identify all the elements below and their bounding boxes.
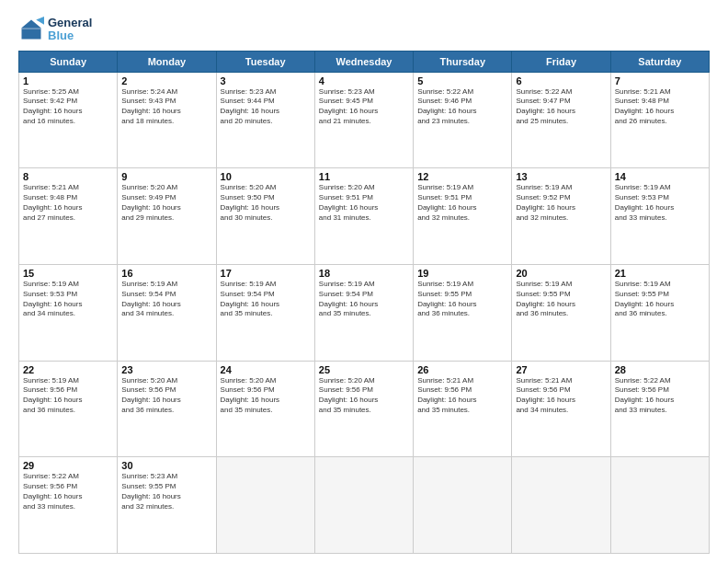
calendar-header-thursday: Thursday (414, 51, 512, 72)
calendar-cell: 12Sunrise: 5:19 AM Sunset: 9:51 PM Dayli… (414, 168, 512, 265)
calendar-cell: 6Sunrise: 5:22 AM Sunset: 9:47 PM Daylig… (512, 72, 610, 168)
calendar-cell: 21Sunrise: 5:19 AM Sunset: 9:55 PM Dayli… (610, 264, 709, 361)
calendar-cell: 19Sunrise: 5:19 AM Sunset: 9:55 PM Dayli… (414, 264, 512, 361)
day-info: Sunrise: 5:23 AM Sunset: 9:55 PM Dayligh… (121, 472, 211, 511)
day-number: 10 (221, 171, 311, 182)
day-info: Sunrise: 5:19 AM Sunset: 9:54 PM Dayligh… (121, 280, 211, 319)
day-info: Sunrise: 5:19 AM Sunset: 9:51 PM Dayligh… (417, 183, 507, 223)
day-number: 23 (121, 364, 211, 375)
calendar-cell: 13Sunrise: 5:19 AM Sunset: 9:52 PM Dayli… (512, 168, 610, 265)
header: General Blue (18, 17, 710, 43)
calendar-cell: 2Sunrise: 5:24 AM Sunset: 9:43 PM Daylig… (118, 72, 216, 168)
day-info: Sunrise: 5:20 AM Sunset: 9:56 PM Dayligh… (319, 376, 409, 416)
calendar-cell: 1Sunrise: 5:25 AM Sunset: 9:42 PM Daylig… (19, 72, 118, 168)
calendar-cell: 10Sunrise: 5:20 AM Sunset: 9:50 PM Dayli… (216, 168, 314, 265)
day-number: 22 (23, 364, 113, 375)
logo-icon (18, 17, 44, 42)
day-info: Sunrise: 5:21 AM Sunset: 9:56 PM Dayligh… (516, 376, 606, 416)
calendar-week-row: 15Sunrise: 5:19 AM Sunset: 9:53 PM Dayli… (19, 264, 710, 361)
day-info: Sunrise: 5:23 AM Sunset: 9:44 PM Dayligh… (221, 87, 311, 127)
calendar-week-row: 22Sunrise: 5:19 AM Sunset: 9:56 PM Dayli… (19, 361, 710, 457)
day-info: Sunrise: 5:20 AM Sunset: 9:49 PM Dayligh… (121, 183, 211, 223)
calendar-week-row: 29Sunrise: 5:22 AM Sunset: 9:56 PM Dayli… (19, 457, 710, 554)
day-number: 16 (121, 268, 211, 279)
logo: General Blue (18, 17, 92, 43)
calendar-cell (610, 457, 709, 554)
calendar-cell: 3Sunrise: 5:23 AM Sunset: 9:44 PM Daylig… (216, 72, 314, 168)
logo-text: General Blue (48, 17, 92, 43)
day-number: 4 (319, 75, 409, 86)
day-info: Sunrise: 5:21 AM Sunset: 9:48 PM Dayligh… (23, 183, 113, 223)
day-info: Sunrise: 5:25 AM Sunset: 9:42 PM Dayligh… (23, 87, 113, 127)
calendar-cell (314, 457, 413, 554)
svg-rect-3 (22, 29, 41, 30)
day-number: 30 (121, 460, 211, 471)
day-info: Sunrise: 5:19 AM Sunset: 9:54 PM Dayligh… (319, 280, 409, 319)
calendar-cell: 17Sunrise: 5:19 AM Sunset: 9:54 PM Dayli… (216, 264, 314, 361)
calendar-header-saturday: Saturday (610, 51, 709, 72)
day-number: 2 (121, 75, 211, 86)
day-info: Sunrise: 5:19 AM Sunset: 9:53 PM Dayligh… (615, 183, 705, 223)
calendar-cell: 30Sunrise: 5:23 AM Sunset: 9:55 PM Dayli… (118, 457, 216, 554)
calendar-cell: 14Sunrise: 5:19 AM Sunset: 9:53 PM Dayli… (610, 168, 709, 265)
day-number: 29 (23, 460, 113, 471)
calendar-cell (414, 457, 512, 554)
calendar-cell: 26Sunrise: 5:21 AM Sunset: 9:56 PM Dayli… (414, 361, 512, 457)
day-number: 25 (319, 364, 409, 375)
day-info: Sunrise: 5:20 AM Sunset: 9:56 PM Dayligh… (221, 376, 311, 416)
calendar-cell: 11Sunrise: 5:20 AM Sunset: 9:51 PM Dayli… (314, 168, 413, 265)
calendar-header-wednesday: Wednesday (314, 51, 413, 72)
calendar-header-row: SundayMondayTuesdayWednesdayThursdayFrid… (19, 51, 710, 72)
calendar-cell: 15Sunrise: 5:19 AM Sunset: 9:53 PM Dayli… (19, 264, 118, 361)
calendar-cell: 4Sunrise: 5:23 AM Sunset: 9:45 PM Daylig… (314, 72, 413, 168)
day-info: Sunrise: 5:22 AM Sunset: 9:46 PM Dayligh… (417, 87, 507, 127)
day-info: Sunrise: 5:20 AM Sunset: 9:50 PM Dayligh… (221, 183, 311, 223)
day-info: Sunrise: 5:24 AM Sunset: 9:43 PM Dayligh… (121, 87, 211, 127)
calendar-table: SundayMondayTuesdayWednesdayThursdayFrid… (18, 51, 710, 554)
calendar-cell: 23Sunrise: 5:20 AM Sunset: 9:56 PM Dayli… (118, 361, 216, 457)
day-info: Sunrise: 5:20 AM Sunset: 9:56 PM Dayligh… (121, 376, 211, 416)
calendar-cell: 27Sunrise: 5:21 AM Sunset: 9:56 PM Dayli… (512, 361, 610, 457)
day-number: 13 (516, 171, 606, 182)
day-number: 8 (23, 171, 113, 182)
calendar-cell (512, 457, 610, 554)
calendar-week-row: 1Sunrise: 5:25 AM Sunset: 9:42 PM Daylig… (19, 72, 710, 168)
day-number: 20 (516, 268, 606, 279)
day-info: Sunrise: 5:22 AM Sunset: 9:56 PM Dayligh… (23, 472, 113, 511)
day-number: 26 (417, 364, 507, 375)
calendar-cell: 25Sunrise: 5:20 AM Sunset: 9:56 PM Dayli… (314, 361, 413, 457)
day-info: Sunrise: 5:21 AM Sunset: 9:48 PM Dayligh… (615, 87, 705, 127)
day-info: Sunrise: 5:19 AM Sunset: 9:54 PM Dayligh… (221, 280, 311, 319)
calendar-cell: 22Sunrise: 5:19 AM Sunset: 9:56 PM Dayli… (19, 361, 118, 457)
day-info: Sunrise: 5:19 AM Sunset: 9:55 PM Dayligh… (516, 280, 606, 319)
day-info: Sunrise: 5:22 AM Sunset: 9:47 PM Dayligh… (516, 87, 606, 127)
day-number: 18 (319, 268, 409, 279)
calendar-cell: 9Sunrise: 5:20 AM Sunset: 9:49 PM Daylig… (118, 168, 216, 265)
day-number: 3 (221, 75, 311, 86)
calendar-header-tuesday: Tuesday (216, 51, 314, 72)
day-number: 28 (615, 364, 705, 375)
day-info: Sunrise: 5:19 AM Sunset: 9:55 PM Dayligh… (615, 280, 705, 319)
day-info: Sunrise: 5:20 AM Sunset: 9:51 PM Dayligh… (319, 183, 409, 223)
day-number: 6 (516, 75, 606, 86)
day-info: Sunrise: 5:21 AM Sunset: 9:56 PM Dayligh… (417, 376, 507, 416)
calendar-header-friday: Friday (512, 51, 610, 72)
day-number: 17 (221, 268, 311, 279)
page: General Blue SundayMondayTuesdayWednesda… (0, 0, 728, 563)
day-info: Sunrise: 5:19 AM Sunset: 9:56 PM Dayligh… (23, 376, 113, 416)
day-number: 7 (615, 75, 705, 86)
calendar-cell: 28Sunrise: 5:22 AM Sunset: 9:56 PM Dayli… (610, 361, 709, 457)
calendar-cell: 7Sunrise: 5:21 AM Sunset: 9:48 PM Daylig… (610, 72, 709, 168)
day-number: 14 (615, 171, 705, 182)
calendar-cell: 24Sunrise: 5:20 AM Sunset: 9:56 PM Dayli… (216, 361, 314, 457)
day-info: Sunrise: 5:19 AM Sunset: 9:52 PM Dayligh… (516, 183, 606, 223)
calendar-cell: 18Sunrise: 5:19 AM Sunset: 9:54 PM Dayli… (314, 264, 413, 361)
day-number: 1 (23, 75, 113, 86)
day-number: 5 (417, 75, 507, 86)
day-number: 21 (615, 268, 705, 279)
calendar-cell: 29Sunrise: 5:22 AM Sunset: 9:56 PM Dayli… (19, 457, 118, 554)
day-number: 19 (417, 268, 507, 279)
day-info: Sunrise: 5:22 AM Sunset: 9:56 PM Dayligh… (615, 376, 705, 416)
calendar-cell: 20Sunrise: 5:19 AM Sunset: 9:55 PM Dayli… (512, 264, 610, 361)
calendar-cell (216, 457, 314, 554)
